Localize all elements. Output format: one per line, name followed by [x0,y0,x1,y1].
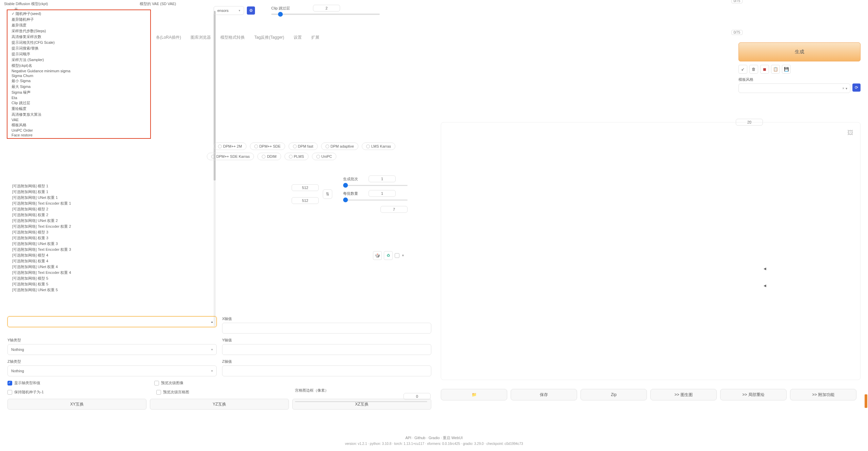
bookmark-icon[interactable]: ◼ [760,65,769,74]
send-extras-button[interactable]: >> 附加功能 [790,389,856,400]
z-type-select[interactable]: Nothing▾ [7,365,217,376]
batch-count-slider[interactable] [343,185,408,186]
dice-icon[interactable]: 🎲 [373,251,382,260]
addon-option[interactable]: [可选附加网络] 模型 4 [12,252,71,258]
dropdown-option[interactable]: 采样方法 (Sampler) [7,57,150,63]
sampler-option[interactable]: DPM++ 2M [214,143,246,150]
dropdown-option[interactable]: 模板风格 [7,122,150,128]
keep-seed-check[interactable]: 保持随机种子为-1 [7,390,44,395]
addon-option[interactable]: [可选附加网络] 模型 5 [12,276,71,281]
clipboard-icon[interactable]: 📋 [771,65,780,74]
tab[interactable]: 各(LoRA插件) [156,35,181,40]
addon-option[interactable]: [可选附加网络] 模型 3 [12,229,71,235]
addon-option[interactable]: [可选附加网络] UNet 权重 1 [12,195,71,201]
x-axis-type-dropdown[interactable]: 随机种子(seed)差异随机种子差异强度采样迭代步数(Steps)高清修复采样次… [7,10,151,139]
tab[interactable]: 图库浏览器 [191,35,211,40]
save-button[interactable]: 保存 [511,389,577,400]
sampler-option[interactable]: DPM++ SDE Karras [207,153,254,160]
dropdown-option[interactable]: 最大 Sigma [7,84,150,90]
caret-down-icon[interactable]: ▼ [401,254,405,257]
z-value-input[interactable] [222,365,431,376]
tab[interactable]: 扩展 [311,35,319,40]
addon-option[interactable]: [可选附加网络] 权重 3 [12,235,71,241]
tab[interactable]: 模型格式转换 [220,35,245,40]
save-icon[interactable]: 💾 [782,65,791,74]
preview-sub-check[interactable]: 预览次级图像 [154,380,183,386]
addon-option[interactable]: [可选附加网络] 权重 1 [12,189,71,195]
tab[interactable]: Tag反推(Tagger) [254,35,284,40]
style-select[interactable]: ×▾ [738,83,850,93]
width-value[interactable]: 512 [292,184,319,191]
addon-option[interactable]: [可选附加网络] Text Encoder 权重 4 [12,270,71,276]
batch-size-slider[interactable] [343,200,408,201]
vae-select[interactable]: ensors▾ [214,6,244,15]
x-type-select[interactable]: ▴ [7,316,217,327]
cfg-value[interactable]: 7 [380,206,408,213]
swap-dims-button[interactable]: ⇅ [323,189,332,199]
arrow-icon[interactable]: ↙ [738,65,747,74]
sampler-option[interactable]: LMS Karras [362,143,395,150]
addon-option[interactable]: [可选附加网络] UNet 权重 2 [12,218,71,224]
show-axis-check[interactable]: 显示轴类型和值 [7,380,40,386]
grid-margin-value[interactable]: 0 [403,393,431,400]
addon-option[interactable]: [可选附加网络] 模型 2 [12,206,71,212]
dropdown-option[interactable]: Sigma 噪声 [7,90,150,95]
sampler-option[interactable]: PLMS [284,153,309,160]
addon-option[interactable]: [可选附加网络] 权重 5 [12,281,71,287]
send-img2img-button[interactable]: >> 图生图 [650,389,717,400]
batch-size-value[interactable]: 1 [369,190,396,197]
addon-option[interactable]: [可选附加网络] 权重 2 [12,212,71,218]
y-type-select[interactable]: Nothing▾ [7,344,217,355]
x-value-input[interactable] [222,323,431,334]
dropdown-option[interactable]: Eta [7,95,150,100]
trash-icon[interactable]: 🗑 [749,65,758,74]
clip-skip-value[interactable]: 2 [313,5,340,12]
generate-button[interactable]: 生成 [738,42,861,61]
height-value[interactable]: 512 [292,197,319,204]
yz-swap-button[interactable]: YZ互换 [150,399,289,410]
xy-swap-button[interactable]: XY互换 [7,399,146,410]
grid-margin-slider[interactable] [295,401,427,402]
dropdown-option[interactable]: Negative Guidance minimum sigma [7,69,150,73]
addon-option[interactable]: [可选附加网络] Text Encoder 权重 1 [12,201,71,206]
dropdown-option[interactable]: Face restore [7,133,150,137]
dropdown-option[interactable]: 提示词搜索/替换 [7,45,150,51]
sampler-option[interactable]: DPM adaptive [321,143,358,150]
addon-option[interactable]: [可选附加网络] UNet 权重 3 [12,241,71,247]
dropdown-option[interactable]: 随机种子(seed) [7,11,150,17]
dropdown-option[interactable]: 模型(ckpt)名 [7,63,150,69]
sampler-option[interactable]: UniPC [312,153,337,160]
batch-count-value[interactable]: 1 [369,175,396,182]
addon-option[interactable]: [可选附加网络] UNet 权重 5 [12,287,71,293]
refresh-vae-button[interactable]: ⚙ [247,6,255,15]
dropdown-option[interactable]: UniPC Order [7,128,150,133]
dropdown-option[interactable]: 差异随机种子 [7,17,150,22]
addon-network-list[interactable]: [可选附加网络] 模型 1[可选附加网络] 权重 1[可选附加网络] UNet … [12,183,71,293]
clip-skip-slider[interactable] [271,14,380,15]
dropdown-option[interactable]: Sigma Churn [7,73,150,78]
apply-style-button[interactable]: ⟳ [852,83,861,92]
dropdown-option[interactable]: 高清修复放大算法 [7,112,150,117]
addon-option[interactable]: [可选附加网络] Text Encoder 权重 3 [12,247,71,252]
recycle-icon[interactable]: ♻ [384,251,393,260]
sampler-option[interactable]: DPM++ SDE [250,143,285,150]
dropdown-option[interactable]: 差异强度 [7,22,150,28]
sampler-option[interactable]: DDIM [257,153,281,160]
dropdown-option[interactable]: 最小 Sigma [7,78,150,84]
open-folder-button[interactable]: 📁 [441,389,507,400]
dropdown-option[interactable]: 采样迭代步数(Steps) [7,28,150,34]
send-inpaint-button[interactable]: >> 局部重绘 [720,389,787,400]
zip-button[interactable]: Zip [580,389,647,400]
y-value-input[interactable] [222,344,431,355]
dropdown-option[interactable]: Clip 跳过层 [7,100,150,106]
dropdown-option[interactable]: 提示词相关性(CFG Scale) [7,40,150,45]
dropdown-option[interactable]: 重绘幅度 [7,106,150,112]
addon-option[interactable]: [可选附加网络] Text Encoder 权重 2 [12,224,71,229]
dropdown-option[interactable]: 提示词顺序 [7,51,150,57]
tab[interactable]: 设置 [294,35,302,40]
extra-seed-checkbox[interactable] [395,253,399,258]
preview-grid-check[interactable]: 预览次级宫格图 [156,390,189,395]
dropdown-option[interactable]: 高清修复采样次数 [7,34,150,40]
addon-option[interactable]: [可选附加网络] 模型 1 [12,183,71,189]
sampler-option[interactable]: DPM fast [289,143,318,150]
